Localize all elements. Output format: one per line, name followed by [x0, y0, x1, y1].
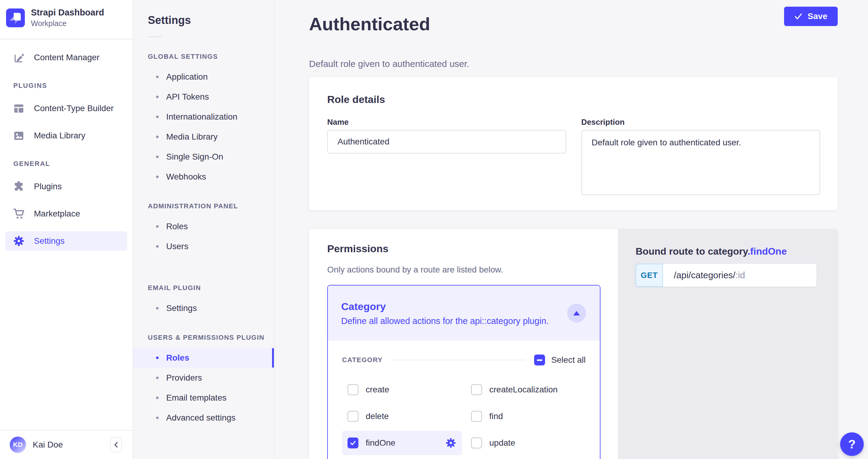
sidebar-item-content-type-builder[interactable]: Content-Type Builder: [5, 99, 127, 118]
description-textarea[interactable]: Default role given to authenticated user…: [581, 130, 820, 195]
bullet-icon: •: [156, 152, 159, 162]
user-name[interactable]: Kai Doe: [33, 440, 63, 450]
name-label: Name: [327, 118, 566, 127]
findOne-settings-button[interactable]: [445, 437, 457, 449]
create-checkbox[interactable]: [347, 384, 359, 395]
subnav-item-label: API Tokens: [166, 92, 209, 102]
collapse-sidebar-button[interactable]: [110, 437, 122, 452]
select-all-checkbox[interactable]: [534, 355, 545, 365]
role-details-heading: Role details: [327, 94, 820, 105]
check-icon: [795, 12, 802, 20]
sidebar-item-content-manager[interactable]: Content Manager: [5, 48, 127, 67]
permission-label: delete: [366, 412, 389, 421]
permission-cell-createLocalization: createLocalization: [466, 378, 586, 402]
subnav-item-label: Settings: [166, 303, 197, 313]
subnav-item-up-email-templates[interactable]: •Email templates: [133, 388, 274, 407]
sidebar-item-media-library[interactable]: Media Library: [5, 126, 127, 145]
name-field-group: Name: [327, 118, 566, 196]
update-checkbox[interactable]: [471, 437, 482, 449]
sidebar-item-label: Media Library: [34, 131, 86, 140]
subnav-item-media-library[interactable]: •Media Library: [133, 127, 274, 146]
accordion-title: Category: [341, 301, 587, 313]
sidebar-section-plugins: PLUGINS: [13, 82, 127, 90]
page-header: Authenticated Default role given to auth…: [309, 0, 838, 69]
sidebar-item-plugins[interactable]: Plugins: [5, 177, 127, 196]
check-icon: [350, 439, 356, 446]
subnav-item-single-sign-on[interactable]: •Single Sign-On: [133, 147, 274, 166]
name-input[interactable]: [327, 130, 566, 154]
subnav-item-internationalization[interactable]: •Internationalization: [133, 107, 274, 127]
subnav-item-label: Media Library: [166, 132, 218, 142]
subnav-item-label: Roles: [166, 222, 188, 231]
permissions-card: Permissions Only actions bound by a rout…: [309, 229, 618, 459]
select-all-label: Select all: [551, 355, 586, 365]
sidebar-item-settings[interactable]: Settings: [5, 231, 127, 251]
subnav-item-admin-users[interactable]: •Users: [133, 237, 274, 256]
subnav-item-application[interactable]: •Application: [133, 67, 274, 87]
bound-route-action: .findOne: [747, 246, 787, 257]
bullet-icon: •: [156, 112, 159, 122]
subnav-item-label: Roles: [166, 353, 189, 363]
route-display: GET /api/categories/:id: [636, 264, 816, 287]
sidebar-item-marketplace[interactable]: Marketplace: [5, 204, 127, 224]
sidebar-item-label: Content Manager: [34, 53, 99, 62]
permission-label: createLocalization: [489, 385, 558, 394]
bound-route-prefix: Bound route to category: [636, 246, 747, 257]
app-title: Strapi Dashboard: [31, 8, 104, 18]
collapse-accordion-button[interactable]: [567, 304, 586, 323]
main-sidebar: Strapi Dashboard Workplace Content Manag…: [0, 0, 133, 459]
permission-label: update: [489, 438, 515, 448]
subnav-item-admin-roles[interactable]: •Roles: [133, 217, 274, 236]
findOne-checkbox[interactable]: [347, 437, 359, 449]
sidebar-footer: KD Kai Doe: [0, 430, 133, 459]
subnav-item-up-advanced-settings[interactable]: •Advanced settings: [133, 408, 274, 427]
avatar[interactable]: KD: [10, 436, 26, 453]
bullet-icon: •: [156, 241, 159, 252]
subnav-item-label: Single Sign-On: [166, 152, 223, 162]
save-button[interactable]: Save: [784, 7, 838, 26]
permissions-subtitle: Only actions bound by a route are listed…: [327, 265, 600, 274]
workspace-name: Workplace: [31, 19, 104, 28]
permissions-grid: create createLocalization delete fi: [342, 378, 586, 455]
subnav-section-email-plugin: EMAIL PLUGIN: [148, 284, 274, 292]
layout-icon: [13, 102, 25, 114]
subnav-item-webhooks[interactable]: •Webhooks: [133, 167, 274, 187]
bound-route-heading: Bound route to category.findOne: [636, 246, 816, 257]
permission-cell-findOne: findOne: [342, 431, 462, 455]
bullet-icon: •: [156, 373, 159, 383]
sidebar-item-label: Content-Type Builder: [34, 103, 114, 113]
method-badge: GET: [636, 264, 663, 287]
main-content: Authenticated Default role given to auth…: [275, 0, 868, 459]
createLocalization-checkbox[interactable]: [471, 384, 482, 395]
find-checkbox[interactable]: [471, 411, 482, 422]
workspace-brand[interactable]: Strapi Dashboard Workplace: [0, 0, 133, 39]
subnav-item-up-roles[interactable]: •Roles: [133, 348, 274, 367]
subnav-item-label: Email templates: [166, 393, 227, 403]
bullet-icon: •: [156, 72, 159, 82]
subnav-item-up-providers[interactable]: •Providers: [133, 368, 274, 388]
category-accordion-body: CATEGORY Select all create: [328, 340, 600, 459]
subnav-title: Settings: [148, 14, 274, 27]
bullet-icon: •: [156, 172, 159, 182]
subnav-item-email-settings[interactable]: •Settings: [133, 298, 274, 318]
permissions-section: Permissions Only actions bound by a rout…: [309, 229, 838, 459]
page-subtitle: Default role given to authenticated user…: [309, 59, 838, 69]
bullet-icon: •: [156, 303, 159, 314]
bound-route-panel: Bound route to category.findOne GET /api…: [618, 229, 838, 459]
sidebar-nav: Content Manager PLUGINS Content-Type Bui…: [0, 39, 133, 430]
bullet-icon: •: [156, 393, 159, 403]
permission-label: find: [489, 412, 503, 421]
subnav-item-api-tokens[interactable]: •API Tokens: [133, 87, 274, 106]
permission-label: findOne: [366, 438, 395, 448]
sidebar-item-label: Plugins: [34, 182, 62, 191]
select-all-control[interactable]: Select all: [534, 355, 586, 365]
category-accordion: Category Define all allowed actions for …: [327, 285, 600, 459]
permission-cell-create: create: [342, 378, 462, 402]
delete-checkbox[interactable]: [347, 411, 359, 422]
subnav-item-label: Application: [166, 72, 208, 82]
description-field-group: Description Default role given to authen…: [581, 118, 820, 196]
subnav-item-label: Users: [166, 241, 188, 251]
help-button[interactable]: ?: [840, 432, 864, 456]
bullet-icon: •: [156, 221, 159, 232]
category-accordion-header[interactable]: Category Define all allowed actions for …: [328, 286, 600, 340]
